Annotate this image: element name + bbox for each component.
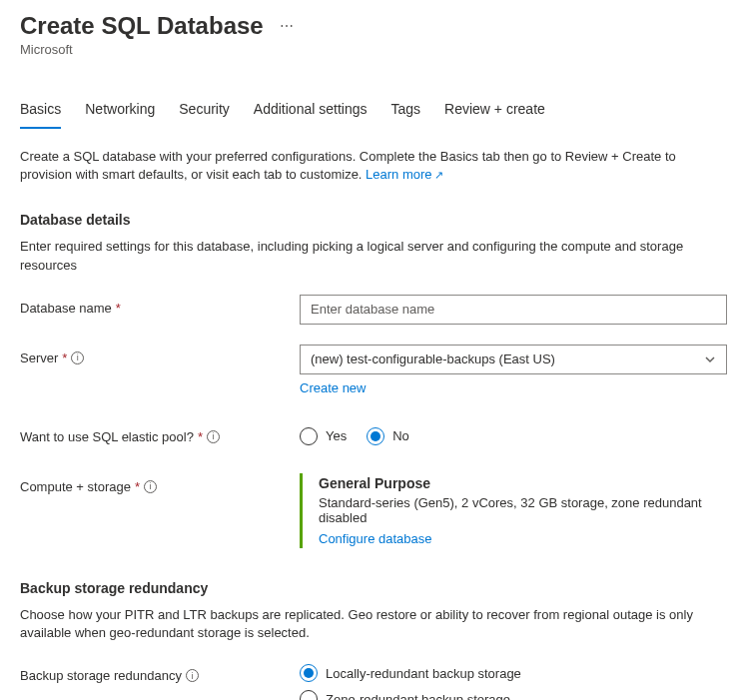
info-icon[interactable]: i (207, 430, 220, 443)
tab-networking[interactable]: Networking (85, 93, 155, 129)
required-indicator: * (116, 301, 121, 316)
database-details-heading: Database details (20, 212, 727, 228)
database-details-desc: Enter required settings for this databas… (20, 238, 727, 274)
required-indicator: * (62, 350, 67, 365)
radio-label: Locally-redundant backup storage (326, 666, 521, 681)
elastic-pool-label: Want to use SQL elastic pool? * i (20, 423, 300, 444)
compute-storage-label: Compute + storage * i (20, 473, 300, 494)
radio-label: Yes (326, 428, 347, 443)
info-icon[interactable]: i (144, 480, 157, 493)
server-select[interactable]: (new) test-configurable-backups (East US… (300, 345, 727, 374)
database-name-input[interactable] (300, 295, 727, 325)
elastic-pool-no-radio[interactable]: No (367, 427, 409, 445)
tab-basics[interactable]: Basics (20, 93, 61, 129)
backup-local-radio[interactable]: Locally-redundant backup storage (300, 664, 727, 682)
learn-more-link[interactable]: Learn more↗ (366, 167, 442, 182)
intro-text: Create a SQL database with your preferre… (20, 148, 727, 184)
compute-tier-desc: Standard-series (Gen5), 2 vCores, 32 GB … (319, 495, 727, 525)
server-select-value: (new) test-configurable-backups (East US… (311, 351, 555, 366)
tab-additional-settings[interactable]: Additional settings (254, 93, 368, 129)
radio-label: Zone-redundant backup storage (326, 692, 510, 700)
required-indicator: * (135, 479, 140, 494)
more-actions-button[interactable]: ⋯ (280, 18, 296, 34)
info-icon[interactable]: i (186, 669, 199, 682)
radio-label: No (392, 428, 409, 443)
backup-redundancy-label: Backup storage redundancy i (20, 662, 300, 683)
chevron-down-icon (704, 353, 716, 365)
page-subtitle: Microsoft (20, 42, 727, 57)
tab-bar: Basics Networking Security Additional se… (20, 93, 727, 130)
configure-database-link[interactable]: Configure database (319, 531, 431, 546)
compute-storage-label-text: Compute + storage (20, 479, 131, 494)
learn-more-label: Learn more (366, 167, 431, 182)
info-icon[interactable]: i (71, 351, 84, 364)
page-title: Create SQL Database (20, 12, 264, 40)
tab-security[interactable]: Security (179, 93, 230, 129)
tab-review-create[interactable]: Review + create (444, 93, 545, 129)
backup-desc: Choose how your PITR and LTR backups are… (20, 606, 727, 642)
server-label: Server * i (20, 345, 300, 365)
backup-heading: Backup storage redundancy (20, 580, 727, 596)
database-name-label: Database name * (20, 295, 300, 316)
backup-zone-radio[interactable]: Zone-redundant backup storage (300, 690, 727, 700)
radio-icon (300, 690, 318, 700)
radio-icon (300, 664, 318, 682)
external-link-icon: ↗ (434, 169, 443, 181)
tab-tags[interactable]: Tags (390, 93, 420, 129)
server-label-text: Server (20, 350, 58, 365)
compute-summary: General Purpose Standard-series (Gen5), … (300, 473, 727, 548)
required-indicator: * (198, 429, 203, 444)
radio-icon (300, 427, 318, 445)
radio-icon (367, 427, 384, 445)
backup-redundancy-label-text: Backup storage redundancy (20, 668, 182, 683)
create-new-server-link[interactable]: Create new (300, 380, 366, 395)
database-name-label-text: Database name (20, 301, 112, 316)
elastic-pool-yes-radio[interactable]: Yes (300, 427, 347, 445)
elastic-pool-label-text: Want to use SQL elastic pool? (20, 429, 194, 444)
intro-body: Create a SQL database with your preferre… (20, 149, 676, 182)
compute-tier-title: General Purpose (319, 475, 727, 491)
